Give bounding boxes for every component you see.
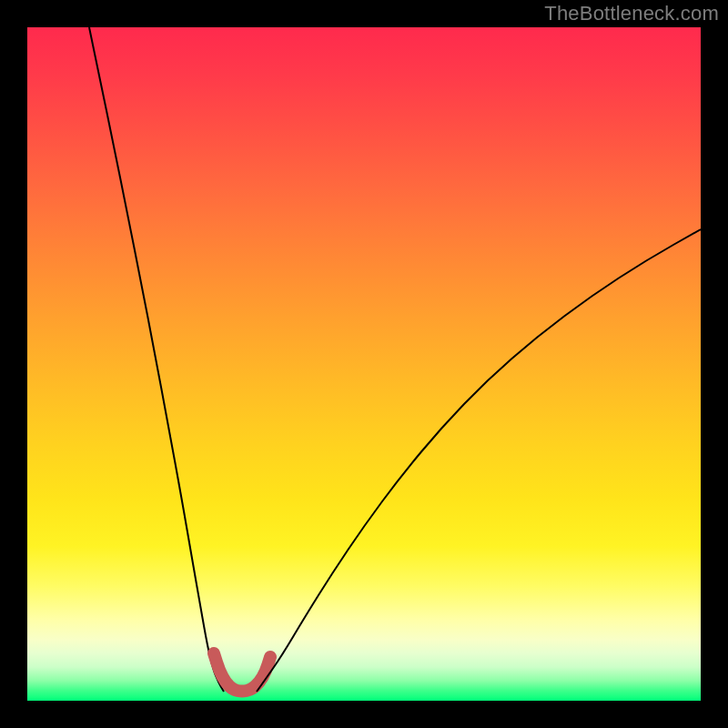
chart-svg xyxy=(27,27,701,701)
plot-area xyxy=(27,27,701,701)
watermark-text: TheBottleneck.com xyxy=(544,2,719,25)
chart-frame: TheBottleneck.com xyxy=(0,0,728,728)
curve-left-path xyxy=(89,27,224,692)
curve-right-path xyxy=(257,229,701,692)
